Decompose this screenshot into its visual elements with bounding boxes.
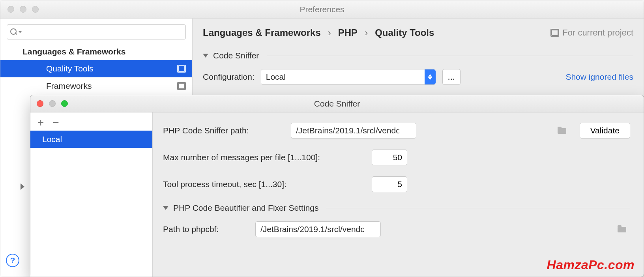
tree-item-label: Quality Tools [46,64,94,73]
breadcrumbs: Languages & Frameworks › PHP › Quality T… [203,27,633,38]
add-button[interactable]: + [37,117,44,128]
list-item-label: Local [42,135,62,144]
project-scope-icon [178,66,185,72]
search-icon [10,28,18,36]
configure-button[interactable]: ... [442,69,461,85]
preferences-titlebar: Preferences [0,0,644,19]
help-button[interactable]: ? [6,254,19,267]
crumb-php[interactable]: PHP [338,27,358,38]
sniffer-path-label: PHP Code Sniffer path: [163,126,281,135]
phpcbf-path-label: Path to phpcbf: [163,225,246,234]
crumb-languages[interactable]: Languages & Frameworks [203,27,321,38]
dialog-titlebar: Code Sniffer [30,95,644,112]
divider [326,208,630,208]
configuration-row: Configuration: Local ... Show ignored fi… [203,69,633,85]
code-sniffer-dialog: Code Sniffer + − Local PHP Code Sniffer … [30,95,644,277]
timeout-row: Tool process timeout, sec [1...30]: [163,176,630,192]
validate-button[interactable]: Validate [580,123,630,138]
chevron-right-icon: › [365,27,368,38]
section-beautifier[interactable]: PHP Code Beautifier and Fixer Settings [163,203,630,213]
select-stepper-icon[interactable] [425,69,436,84]
collapse-caret-icon[interactable] [163,206,168,210]
configuration-list: Local [30,131,152,277]
sniffer-path-input[interactable] [291,123,416,138]
search-field[interactable] [24,28,182,36]
tree-item-frameworks[interactable]: Frameworks [0,77,192,95]
watermark-text: HamzaPc.com [547,258,635,272]
phpcbf-path-row: Path to phpcbf: [163,221,630,237]
dialog-toolbar: + − [30,112,152,131]
dialog-title: Code Sniffer [30,99,644,109]
remove-button[interactable]: − [52,117,59,128]
dialog-form: PHP Code Sniffer path: Validate Max numb… [153,112,644,277]
tree-heading-label: Languages & Frameworks [22,47,125,56]
timeout-label: Tool process timeout, sec [1...30]: [163,180,362,189]
folder-icon[interactable] [558,127,566,134]
section-title: PHP Code Beautifier and Fixer Settings [173,203,318,213]
configuration-select[interactable]: Local [261,69,436,85]
sniffer-path-row: PHP Code Sniffer path: Validate [163,123,630,138]
tree-item-quality-tools[interactable]: Quality Tools [0,60,192,77]
sidebar-collapse-handle[interactable] [19,179,26,195]
max-messages-label: Max number of messages per file [1...100… [163,153,362,162]
project-scope-icon [551,30,558,36]
tree-item-label: Frameworks [46,81,92,91]
chevron-down-icon[interactable] [19,31,22,33]
preferences-title: Preferences [0,5,644,14]
tree-heading-languages-frameworks[interactable]: Languages & Frameworks [0,43,192,60]
divider [267,56,633,56]
chevron-right-icon [21,183,24,190]
show-ignored-files-link[interactable]: Show ignored files [565,72,633,82]
collapse-caret-icon[interactable] [203,54,208,58]
search-input[interactable] [7,24,186,39]
chevron-right-icon: › [328,27,331,38]
crumb-quality-tools: Quality Tools [375,27,434,38]
folder-icon[interactable] [618,226,626,232]
phpcbf-path-input[interactable] [255,221,381,237]
section-code-sniffer[interactable]: Code Sniffer [203,51,633,60]
for-current-project-label: For current project [551,28,633,38]
dialog-sidebar: + − Local [30,112,153,277]
section-title: Code Sniffer [213,51,259,60]
max-messages-input[interactable] [372,150,407,165]
configuration-value: Local [266,72,286,82]
project-scope-icon [178,83,185,89]
configuration-label: Configuration: [203,72,255,82]
timeout-input[interactable] [372,176,407,192]
list-item-local[interactable]: Local [30,131,152,148]
max-messages-row: Max number of messages per file [1...100… [163,150,630,165]
